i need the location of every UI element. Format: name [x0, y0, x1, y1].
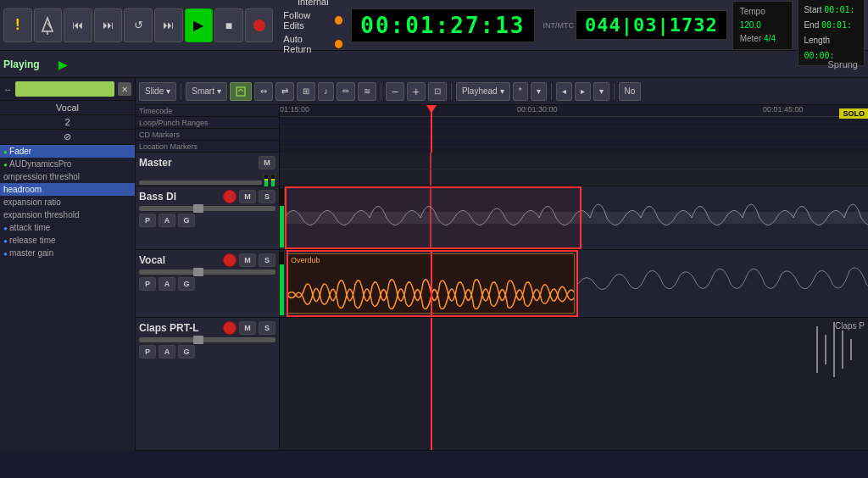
zoom-minus-btn[interactable]: − [386, 82, 404, 101]
star-btn[interactable]: * [513, 82, 528, 101]
tc-mark-3: 00:01:45:00 [763, 105, 804, 114]
nudge-dropdown[interactable]: ▾ [593, 82, 609, 101]
tool-btn-wave[interactable]: ≋ [358, 82, 376, 101]
expansion-ratio-label: expansion ratio [3, 197, 61, 207]
sidebar-param-compression[interactable]: ompression threshol [0, 170, 135, 183]
btn-rewind-start[interactable]: ⏮ [64, 8, 92, 42]
playhead-chevron-icon: ▾ [500, 86, 504, 96]
search-box[interactable] [15, 81, 114, 97]
separator-5 [614, 83, 615, 100]
sidebar-param-headroom[interactable]: headroom [0, 183, 135, 196]
tool-btn-pencil[interactable]: ✏ [337, 82, 355, 101]
bass-di-a-button[interactable]: A [159, 214, 175, 227]
sprung-label: Sprung [828, 59, 858, 69]
bass-di-fader[interactable] [139, 206, 275, 211]
master-fader-slider[interactable] [139, 181, 262, 185]
claps-g-button[interactable]: G [178, 345, 195, 358]
meter-value: 4/4 [764, 34, 776, 43]
btn-metronome[interactable] [34, 8, 63, 42]
smart-dropdown[interactable]: Smart ▾ [186, 82, 227, 101]
smart-chevron-icon: ▾ [217, 86, 221, 96]
playhead-dropdown[interactable]: Playhead ▾ [456, 82, 510, 101]
second-toolbar: Playing ▶ Sprung [0, 51, 868, 78]
selection-start: Start 00:01: [804, 3, 859, 18]
claps-m-button[interactable]: M [239, 321, 256, 335]
tool-btn-trim[interactable]: ⇔ [254, 82, 273, 101]
bass-di-rec-button[interactable] [223, 190, 236, 203]
bass-di-s-button[interactable]: S [259, 190, 275, 203]
claps-s-button[interactable]: S [259, 321, 275, 335]
sidebar-vocal-label: Vocal [0, 101, 135, 115]
claps-p-button[interactable]: P [139, 345, 156, 358]
master-m-button[interactable]: M [259, 156, 275, 170]
claps-a-button[interactable]: A [159, 345, 175, 358]
tempo-row: Tempo 120.0 [740, 5, 786, 32]
btn-stop[interactable]: ■ [214, 8, 243, 42]
separator-4 [551, 83, 552, 100]
sidebar-param-fader[interactable]: Fader [0, 145, 135, 158]
tc-mark-2: 00:01:30:00 [517, 105, 558, 114]
end-value: 00:01: [821, 20, 852, 30]
tool-btn-speaker[interactable]: ♪ [318, 82, 334, 101]
vocal-waveform-area: Overdub [280, 250, 868, 317]
bass-di-g-button[interactable]: G [178, 214, 195, 227]
vocal-a-button[interactable]: A [159, 277, 175, 291]
auto-return-row[interactable]: Auto Return [283, 34, 342, 54]
fit-btn[interactable]: ⊡ [428, 82, 447, 101]
sidebar-param-expansion-threshold[interactable]: expansion threshold [0, 208, 135, 221]
end-label: End [804, 20, 819, 30]
auto-return-label: Auto Return [283, 34, 330, 54]
tc-mark-1: 01:15:00 [280, 105, 309, 114]
btn-exclamation[interactable]: ! [3, 8, 32, 42]
slide-dropdown[interactable]: Slide ▾ [139, 82, 176, 101]
vocal-rec-button[interactable] [223, 253, 236, 267]
left-sidebar: ↔ ✕ Vocal 2 ⊘ Fader AUDynamicsPro ompres… [0, 78, 136, 451]
edit-toolbar: Slide ▾ Smart ▾ ⇔ ⇄ ⊞ ♪ ✏ ≋ − + ⊡ Playhe… [136, 78, 868, 105]
vocal-g-button[interactable]: G [178, 277, 195, 291]
cd-markers-label: CD Markers [136, 129, 279, 141]
claps-rec-button[interactable] [223, 321, 236, 335]
right-arrow-btn[interactable]: ▸ [575, 82, 591, 101]
bass-di-controls-bottom: P A G [139, 214, 275, 227]
vocal-track-row: Vocal M S P A G [136, 250, 868, 318]
vocal-controls-top: Vocal M S [139, 253, 275, 267]
sidebar-param-release[interactable]: release time [0, 234, 135, 247]
bass-di-fader-row [139, 206, 275, 211]
btn-play[interactable]: ▶ [185, 8, 214, 42]
mastergain-label: master gain [9, 248, 53, 258]
vocal-m-button[interactable]: M [239, 253, 256, 267]
tool-btn-shuffle[interactable]: ⇄ [275, 82, 294, 101]
tool-btn-grid[interactable]: ⊞ [297, 82, 315, 101]
left-arrow-btn[interactable]: ◂ [556, 82, 572, 101]
claps-track-name: Claps PRT-L [139, 322, 199, 334]
claps-fader[interactable] [139, 337, 275, 342]
timecode-ruler-row: 01:15:00 00:01:30:00 00:01:45:00 [280, 105, 868, 117]
bass-di-m-button[interactable]: M [239, 190, 256, 203]
star-dropdown[interactable]: ▾ [531, 82, 547, 101]
playhead-arrow-icon [426, 105, 437, 114]
btn-rewind[interactable]: ⏭ [94, 8, 123, 42]
follow-edits-row[interactable]: Follow Edits [283, 10, 342, 31]
close-button[interactable]: ✕ [118, 82, 131, 96]
sidebar-param-expansion-ratio[interactable]: expansion ratio [0, 196, 135, 208]
vocal-p-button[interactable]: P [139, 277, 156, 291]
tool-btn-active[interactable] [230, 82, 252, 101]
zoom-plus-btn[interactable]: + [407, 82, 426, 101]
btn-record[interactable] [245, 8, 274, 42]
bass-di-p-button[interactable]: P [139, 214, 156, 227]
master-track-controls: Master M [139, 156, 275, 170]
fader-label: Fader [9, 147, 31, 156]
separator-1 [181, 83, 181, 100]
claps-track-header: Claps PRT-L M S P A G [136, 318, 280, 450]
start-label: Start [804, 5, 821, 14]
claps-controls-top: Claps PRT-L M S [139, 321, 275, 335]
vocal-s-button[interactable]: S [259, 253, 275, 267]
sidebar-param-attack[interactable]: attack time [0, 221, 135, 234]
btn-loop[interactable]: ↺ [124, 8, 153, 42]
sidebar-param-mastergain[interactable]: master gain [0, 247, 135, 259]
no-btn[interactable]: No [619, 82, 642, 101]
btn-forward[interactable]: ⏭ [154, 8, 183, 42]
location-markers-ruler: SOLO [280, 137, 868, 147]
vocal-fader[interactable] [139, 270, 275, 275]
sidebar-param-audynamics[interactable]: AUDynamicsPro [0, 158, 135, 170]
